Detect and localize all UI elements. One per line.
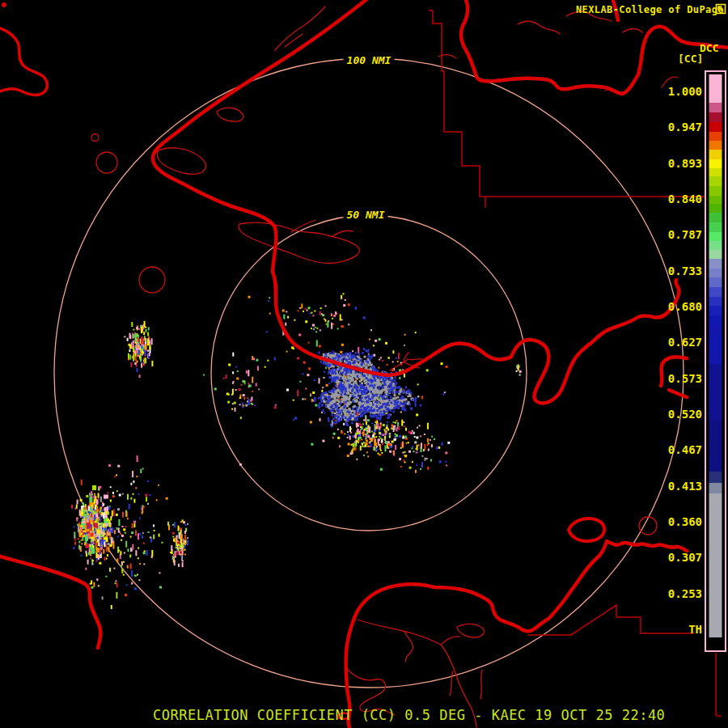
colorbar-tick-label: 0.627 xyxy=(668,336,702,348)
range-ring-label-50nmi: 50 NMI xyxy=(344,209,388,221)
colorbar-units-label: [CC] xyxy=(678,53,703,64)
colorbar-tick-label: 0.360 xyxy=(668,516,702,527)
colorbar-tick-label: 0.840 xyxy=(668,193,702,205)
colorbar-tick-label: 0.893 xyxy=(668,158,702,169)
dupage-window-arrow-icon xyxy=(715,3,726,15)
app-title: NEXLAB-College of DuPage xyxy=(576,5,724,15)
colorbar-tick-label: 0.787 xyxy=(668,229,702,240)
colorbar-tick-label: 0.467 xyxy=(668,444,702,455)
colorbar xyxy=(705,71,726,651)
range-ring-label-100nmi: 100 NMI xyxy=(344,54,395,66)
product-caption: CORRELATION COEFFICIENT (CC) 0.5 DEG - K… xyxy=(153,709,665,722)
colorbar-tick-label: 0.307 xyxy=(668,552,702,563)
colorbar-tick-label: 0.573 xyxy=(668,373,702,384)
radar-map-canvas xyxy=(0,0,728,728)
colorbar-tick-label: 0.947 xyxy=(668,121,702,133)
colorbar-tick-label: 1.000 xyxy=(668,86,702,97)
colorbar-tick-label: TH xyxy=(688,624,702,635)
colorbar-tick-label: 0.733 xyxy=(668,265,702,277)
colorbar-tick-label: 0.520 xyxy=(668,408,702,420)
colorbar-tick-label: 0.680 xyxy=(668,301,702,312)
colorbar-tick-label: 0.253 xyxy=(668,588,702,599)
background xyxy=(0,0,728,728)
colorbar-tick-label: 0.413 xyxy=(668,480,702,492)
radar-display: NEXLAB-College of DuPage DCC [CC] 1.0000… xyxy=(0,0,728,728)
